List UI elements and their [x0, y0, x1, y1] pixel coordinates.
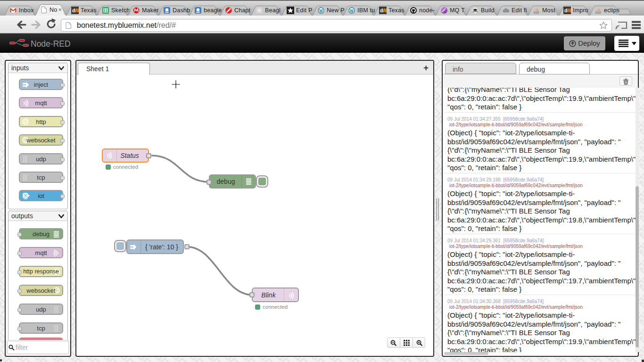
svg-text:W: W — [382, 8, 387, 13]
svg-text:W: W — [567, 8, 571, 13]
svg-text:W: W — [74, 8, 79, 13]
